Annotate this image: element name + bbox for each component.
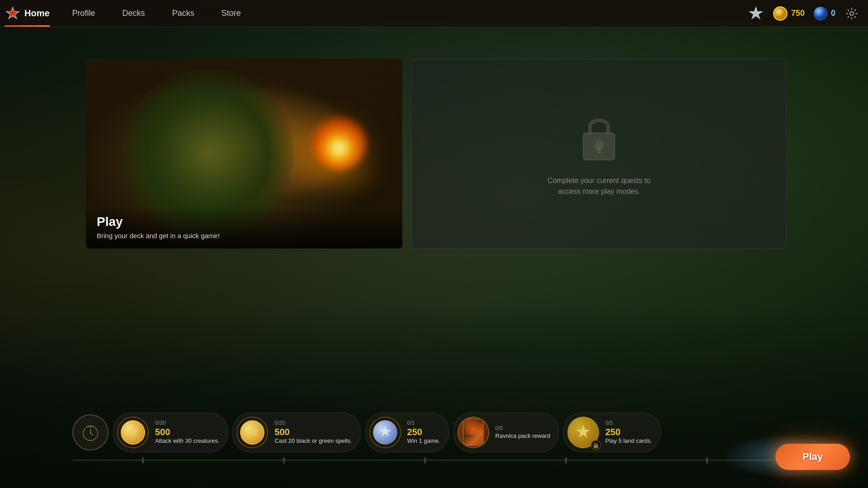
locked-card-message: Complete your current quests to access m…	[542, 175, 656, 197]
progress-track-container	[72, 460, 778, 461]
svg-point-4	[850, 12, 854, 15]
play-card[interactable]: Play Bring your deck and get in a quick …	[86, 59, 402, 249]
quest-1-icon-wrapper	[117, 417, 149, 448]
quest-item-4[interactable]: 0/5 Ravnica pack reward	[453, 413, 559, 452]
tick-4	[565, 457, 567, 464]
quest-4-info: 0/5 Ravnica pack reward	[495, 425, 550, 440]
svg-rect-14	[594, 445, 598, 448]
progress-track	[72, 460, 778, 461]
quest-5-mtg-logo	[575, 424, 592, 441]
quest-5-description: Play 5 land cards.	[605, 437, 652, 445]
cards-row: Play Bring your deck and get in a quick …	[0, 27, 868, 267]
tick-2	[283, 457, 285, 464]
fire-effect	[312, 116, 366, 170]
play-card-subtitle: Bring your deck and get in a quick game!	[97, 232, 392, 239]
quest-timer	[72, 414, 108, 450]
quest-3-mtg-logo	[377, 425, 393, 440]
nav-home-label: Home	[24, 8, 50, 19]
quest-2-coin	[240, 420, 264, 445]
quest-1-info: 0/30 500 Attack with 30 creatures.	[155, 420, 219, 445]
play-button[interactable]: Play	[775, 444, 850, 470]
mtg-logo-top-icon	[748, 5, 764, 22]
quest-5-progress: 0/5	[605, 420, 652, 426]
nav-decks-link[interactable]: Decks	[109, 0, 159, 27]
svg-point-3	[774, 8, 786, 19]
play-card-title: Play	[97, 215, 392, 229]
quest-5-reward: 250	[605, 427, 652, 437]
gold-amount: 750	[791, 9, 805, 18]
quest-1-progress: 0/30	[155, 420, 219, 426]
quest-3-description: Win 1 game.	[407, 437, 440, 445]
quest-3-progress: 0/1	[407, 420, 440, 426]
quest-item-5[interactable]: 0/5 250 Play 5 land cards.	[563, 413, 660, 452]
gold-coin-icon	[773, 6, 788, 21]
quest-2-description: Cast 20 black or green spells.	[274, 437, 352, 445]
quest-item-3[interactable]: 0/1 250 Win 1 game.	[365, 413, 449, 452]
tick-3	[424, 457, 426, 464]
quest-4-progress: 0/5	[495, 425, 550, 432]
main-content: Play Bring your deck and get in a quick …	[0, 27, 868, 488]
settings-icon[interactable]	[844, 6, 859, 21]
gold-currency-group: 750	[773, 6, 805, 21]
svg-marker-10	[127, 426, 139, 436]
quest-1-reward: 500	[155, 427, 219, 437]
quest-4-pack-art	[463, 419, 484, 446]
quest-3-reward: 250	[407, 427, 440, 437]
tick-5	[706, 457, 708, 464]
quest-3-icon-wrapper	[369, 417, 401, 448]
nav-store-link[interactable]: Store	[208, 0, 255, 27]
quest-5-info: 0/5 250 Play 5 land cards.	[605, 420, 652, 445]
gem-currency-group: 0	[814, 7, 835, 20]
quest-item-1[interactable]: 0/30 500 Attack with 30 creatures.	[113, 413, 228, 452]
quest-2-reward: 500	[274, 427, 352, 437]
quests-bar: 0/30 500 Attack with 30 creatures. 0/20	[72, 413, 778, 461]
navbar: Home Profile Decks Packs Store	[0, 0, 868, 27]
nav-right: 750 0	[748, 5, 868, 22]
svg-marker-2	[749, 6, 763, 19]
svg-rect-7	[597, 147, 601, 154]
gem-icon	[814, 7, 827, 20]
quest-2-info: 0/20 500 Cast 20 black or green spells.	[274, 420, 352, 445]
play-card-overlay: Play Bring your deck and get in a quick …	[86, 206, 402, 249]
nav-home-tab[interactable]: Home	[0, 0, 59, 27]
quest-3-coin	[373, 420, 397, 445]
quest-3-info: 0/1 250 Win 1 game.	[407, 420, 440, 445]
quest-2-progress: 0/20	[274, 420, 352, 426]
quest-1-coin	[121, 420, 145, 445]
lock-icon	[576, 110, 622, 166]
quest-2-icon-wrapper	[236, 417, 268, 448]
svg-marker-12	[379, 426, 391, 436]
locked-card: Complete your current quests to access m…	[411, 59, 787, 249]
svg-marker-11	[246, 426, 258, 436]
timer-icon	[80, 422, 100, 442]
quest-1-description: Attack with 30 creatures.	[155, 437, 219, 445]
quests-row: 0/30 500 Attack with 30 creatures. 0/20	[72, 413, 778, 452]
quest-2-mtg-logo	[245, 425, 260, 440]
quest-item-2[interactable]: 0/20 500 Cast 20 black or green spells.	[232, 413, 360, 452]
svg-marker-13	[576, 425, 590, 438]
mtg-arena-logo-icon	[5, 5, 21, 22]
quest-1-mtg-logo	[125, 425, 141, 440]
progress-tick-marks	[72, 457, 778, 464]
tick-1	[142, 457, 144, 464]
quest-5-lock-icon	[593, 442, 599, 448]
nav-links: Profile Decks Packs Store	[59, 0, 255, 27]
nav-profile-link[interactable]: Profile	[59, 0, 109, 27]
quest-4-description: Ravnica pack reward	[495, 432, 550, 440]
quest-4-icon-wrapper	[458, 417, 489, 448]
gem-amount: 0	[831, 9, 835, 18]
quest-5-lock-badge	[591, 440, 601, 450]
quest-5-icon-outer	[567, 417, 599, 448]
nav-packs-link[interactable]: Packs	[159, 0, 208, 27]
